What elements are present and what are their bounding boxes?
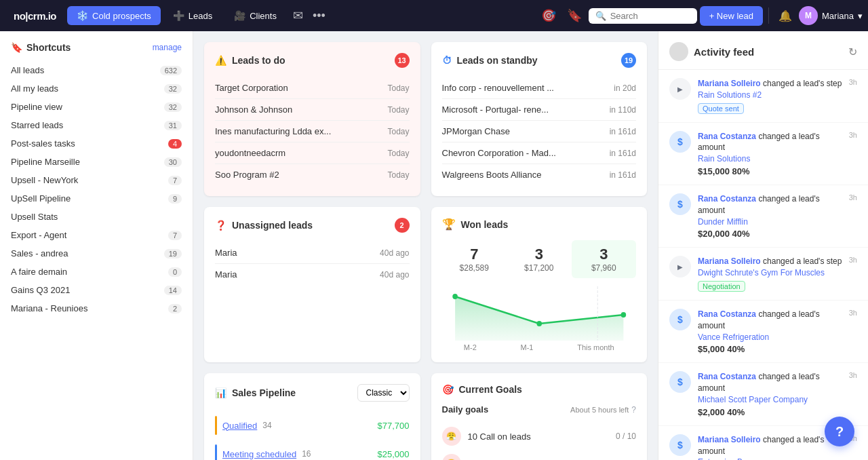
activity-target[interactable]: Vance Refrigeration (698, 332, 769, 342)
leads-on-standby-card: ⏱ Leads on standby 19 Info corp - renouv… (431, 42, 648, 196)
new-lead-button[interactable]: + New lead (700, 6, 763, 26)
sidebar-item-post-sales-tasks[interactable]: Post-sales tasks 4 (0, 134, 193, 153)
lead-row[interactable]: Microsoft - Portugal- rene... in 110d (442, 99, 637, 121)
sidebar-item-pipeline-marseille[interactable]: Pipeline Marseille 30 (0, 153, 193, 171)
won-leads-stats: 7 $28,589 3 $17,200 3 $7,960 (442, 240, 637, 278)
lead-row[interactable]: Johnson & Johnson Today (215, 99, 410, 121)
goal-progress-0: 0 / 10 (616, 432, 636, 441)
stat-amount: $7,960 (577, 263, 631, 273)
activity-avatar: $ (669, 193, 691, 215)
activity-feed-header: Activity feed ↻ (658, 31, 868, 70)
lead-row[interactable]: Maria 40d ago (215, 242, 410, 264)
lead-row[interactable]: JPMorgan Chase in 161d (442, 121, 637, 142)
search-input[interactable] (610, 11, 690, 21)
lead-row[interactable]: Walgreens Boots Alliance in 161d (442, 164, 637, 185)
pipeline-select[interactable]: Classic (357, 384, 410, 402)
clock-icon: ⏱ (442, 55, 452, 66)
lead-row[interactable]: youdontneedacrm Today (215, 142, 410, 164)
sidebar-item-pipeline-view[interactable]: Pipeline view 32 (0, 98, 193, 116)
activity-item-1: $ Rana Costanza changed a lead's amount … (658, 123, 868, 185)
activity-target[interactable]: Michael Scott Paper Company (698, 395, 808, 404)
sidebar-item-upsell-stats[interactable]: Upsell Stats (0, 208, 193, 226)
pipeline-stage-name[interactable]: Qualified (222, 421, 257, 431)
lead-name: Chevron Corporation - Mad... (442, 148, 556, 158)
activity-avatar: $ (669, 309, 691, 330)
activity-user[interactable]: Rana Costanza (698, 132, 756, 141)
tab-cold-prospects[interactable]: ❄️ Cold prospects (67, 6, 161, 25)
sidebar-item-gains-q3[interactable]: Gains Q3 2021 14 (0, 281, 193, 299)
notification-bell[interactable]: 🔔 (774, 7, 796, 25)
activity-text: Rana Costanza changed a lead's amount Ra… (698, 131, 842, 165)
sidebar-item-a-faire-demain[interactable]: A faire demain 0 (0, 263, 193, 281)
tab-leads[interactable]: ➕ Leads (163, 6, 222, 25)
activity-target[interactable]: Rain Solutions (698, 154, 750, 164)
current-goals-title: 🎯 Current Goals (442, 384, 522, 395)
activity-user[interactable]: Rana Costanza (698, 194, 756, 204)
lead-date: in 161d (610, 127, 636, 136)
sidebar-item-label: All my leads (11, 83, 58, 94)
sidebar-item-export-agent[interactable]: Export - Agent 7 (0, 226, 193, 244)
help-icon[interactable]: ? (631, 405, 636, 415)
count-badge: 9 (168, 194, 182, 204)
activity-target[interactable]: Rain Solutions #2 (698, 90, 762, 100)
time-left: About 5 hours left (570, 406, 629, 414)
activity-time: 3h (849, 131, 857, 139)
count-badge: 31 (164, 121, 182, 130)
sales-pipeline-label: Sales Pipeline (232, 387, 296, 398)
pipeline-stage-name[interactable]: Meeting scheduled (222, 449, 296, 459)
count-badge: 19 (164, 249, 182, 258)
activity-text: Mariana Solleiro changed a lead's amount… (698, 434, 842, 460)
sidebar-item-right: 632 (160, 66, 182, 75)
sidebar-item-label: Pipeline Marseille (11, 157, 80, 167)
lead-name: Walgreens Boots Alliance (442, 170, 542, 180)
user-menu[interactable]: M Mariana ▾ (799, 6, 863, 25)
bookmark-icon-btn[interactable]: 🔖 (563, 5, 586, 26)
sidebar-item-upsell-pipeline[interactable]: UpSell Pipeline 9 (0, 189, 193, 208)
sidebar-item-upsell-newyork[interactable]: Upsell - NewYork 7 (0, 171, 193, 189)
sidebar-item-label: UpSell Pipeline (11, 193, 71, 204)
content-area: ⚠️ Leads to do 13 Target Corporation Tod… (193, 31, 658, 460)
email-button[interactable]: ✉ (289, 5, 307, 26)
lead-date: Today (387, 170, 409, 180)
sidebar-item-mariana-reunioes[interactable]: Mariana - Reunioes 2 (0, 299, 193, 318)
lead-row[interactable]: Target Corporation Today (215, 77, 410, 99)
leads-on-standby-list: Info corp - renouvellement ... in 20d Mi… (442, 77, 637, 185)
pipeline-count: 16 (302, 449, 311, 459)
lead-name: youdontneedacrm (215, 148, 285, 158)
activity-target[interactable]: Entreprise B (698, 457, 743, 460)
goals-subheader: Daily goals About 5 hours left ? (442, 404, 637, 415)
sidebar-item-label: A faire demain (11, 267, 67, 277)
goal-text-0: 10 Call on leads (468, 432, 609, 442)
refresh-button[interactable]: ↻ (848, 45, 857, 58)
target-icon-btn[interactable]: 🎯 (537, 5, 560, 26)
activity-user[interactable]: Mariana Solleiro (698, 435, 761, 444)
current-goals-label: Current Goals (459, 384, 522, 395)
lead-date: in 161d (610, 149, 636, 158)
activity-user[interactable]: Rana Costanza (698, 309, 756, 319)
activity-user[interactable]: Mariana Solleiro (698, 79, 761, 88)
activity-target[interactable]: Dunder Mifflin (698, 217, 748, 227)
help-button[interactable]: ? (825, 417, 854, 446)
lead-row[interactable]: Ines manufacturing Ldda ex... Today (215, 121, 410, 142)
activity-user[interactable]: Mariana Solleiro (698, 256, 761, 266)
sidebar-item-starred-leads[interactable]: Starred leads 31 (0, 116, 193, 134)
activity-avatar: $ (669, 371, 691, 393)
tab-cold-prospects-label: Cold prospects (92, 11, 151, 21)
activity-item-0: ▶ Mariana Solleiro changed a lead's step… (658, 70, 868, 123)
activity-tag: Negotiation (698, 281, 745, 292)
lead-row[interactable]: Info corp - renouvellement ... in 20d (442, 77, 637, 99)
sidebar-item-sales-andrea[interactable]: Sales - andrea 19 (0, 244, 193, 263)
unassigned-leads-count: 2 (395, 218, 410, 233)
activity-target[interactable]: Dwight Schrute's Gym For Muscles (698, 268, 825, 277)
manage-link[interactable]: manage (153, 43, 182, 52)
activity-user[interactable]: Rana Costanza (698, 372, 756, 381)
lead-row[interactable]: Soo Program #2 Today (215, 164, 410, 185)
sidebar-item-all-leads[interactable]: All leads 632 (0, 61, 193, 79)
sidebar-item-all-my-leads[interactable]: All my leads 32 (0, 79, 193, 98)
lead-row[interactable]: Chevron Corporation - Mad... in 161d (442, 142, 637, 164)
activity-feed: Activity feed ↻ ▶ Mariana Solleiro chang… (658, 31, 868, 460)
tab-clients[interactable]: 🎥 Clients (224, 6, 286, 25)
sidebar-item-right: 30 (164, 157, 182, 167)
more-button[interactable]: ••• (310, 9, 328, 23)
lead-row[interactable]: Maria 40d ago (215, 264, 410, 285)
